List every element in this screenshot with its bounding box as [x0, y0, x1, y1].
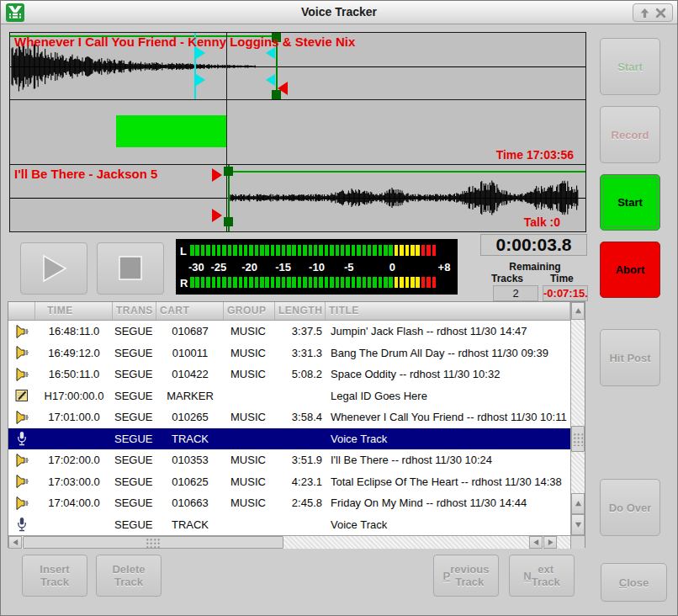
track-a-waveform-pane[interactable]: Whenever I Call You Friend - Kenny Loggi…: [9, 32, 586, 100]
scroll-up-button-bottom[interactable]: [571, 493, 585, 514]
row-title: Total Eclipse Of The Heart -- rdhost 11/…: [326, 475, 570, 488]
track-b-start-marker-top[interactable]: [212, 168, 222, 182]
column-header-trans[interactable]: TRANS: [113, 302, 156, 320]
scroll-left-button[interactable]: [8, 536, 22, 549]
meter-segment-green: [265, 277, 269, 288]
close-button[interactable]: Close: [601, 563, 667, 602]
next-track-button[interactable]: Next Track: [509, 555, 575, 597]
log-table: TIMETRANSCARTGROUPLENGTHTITLE 16:48:11.0…: [8, 301, 585, 548]
row-type-icon: [8, 367, 35, 382]
row-group: MUSIC: [224, 497, 275, 509]
start-track-a-button[interactable]: Start: [600, 38, 660, 95]
track-a-centerline: [10, 66, 585, 67]
log-row[interactable]: 17:01:00.0 SEGUE 010265 MUSIC 3:58.4 Whe…: [8, 406, 570, 428]
playhead-line: [226, 100, 227, 164]
remaining-tracks-value: 2: [493, 285, 538, 301]
remaining-time-label: Time: [550, 273, 574, 284]
voice-track-region[interactable]: [116, 115, 226, 147]
row-group: MUSIC: [224, 368, 275, 380]
meter-segment-green: [265, 245, 269, 256]
row-transition: SEGUE: [113, 411, 156, 423]
shade-window-icon[interactable]: [639, 8, 650, 19]
meter-segment-green: [357, 245, 361, 256]
track-b-centerline: [10, 198, 585, 199]
voice-track-pane[interactable]: Time 17:03:56: [9, 99, 586, 165]
meter-segment-green: [303, 245, 307, 256]
meter-segment-green: [341, 277, 345, 288]
meter-segment-yellow: [395, 245, 399, 256]
meter-segment-red: [426, 245, 431, 256]
delete-track-button[interactable]: Delete Track: [96, 555, 162, 597]
horizontal-scroll-thumb[interactable]: [23, 536, 283, 549]
row-type-icon: [8, 453, 35, 468]
row-cart: MARKER: [156, 390, 224, 402]
meter-segment-green: [260, 277, 264, 288]
scroll-down-button[interactable]: [571, 514, 585, 535]
meter-scale-tick: +8: [438, 261, 451, 273]
log-table-body: 16:48:11.0 SEGUE 010687 MUSIC 3:37.5 Jum…: [8, 321, 570, 535]
meter-segment-yellow: [416, 245, 420, 256]
row-cart: 010625: [156, 475, 224, 488]
row-transition: SEGUE: [113, 347, 156, 359]
track-b-start-handle-top[interactable]: [224, 167, 233, 176]
abort-button[interactable]: Abort: [600, 242, 660, 298]
segue-marker-handle-top[interactable]: [196, 47, 205, 59]
column-header-title[interactable]: TITLE: [326, 302, 570, 320]
row-cart: 010422: [156, 368, 224, 380]
log-row[interactable]: 17:02:00.0 SEGUE 010353 MUSIC 3:51.9 I'l…: [8, 449, 570, 471]
close-window-icon[interactable]: [655, 8, 666, 19]
log-row[interactable]: SEGUE TRACK Voice Track: [8, 514, 570, 536]
track-b-start-marker-bottom[interactable]: [212, 209, 222, 222]
meter-segment-green: [368, 277, 372, 288]
talk-readout: Talk :0: [524, 215, 560, 229]
scroll-up-button[interactable]: [571, 302, 585, 320]
do-over-button[interactable]: Do Over: [600, 479, 660, 536]
column-header-length[interactable]: LENGTH: [275, 302, 326, 320]
scroll-left-button-right[interactable]: [529, 536, 543, 549]
row-transition: SEGUE: [113, 497, 156, 509]
start-track-b-button[interactable]: Start: [600, 174, 660, 231]
previous-track-button[interactable]: Previous Track: [433, 555, 499, 597]
play-button[interactable]: [20, 242, 87, 295]
meter-segment-green: [336, 245, 340, 256]
meter-segment-green: [363, 277, 367, 288]
fade-marker-red[interactable]: [278, 82, 288, 95]
column-header-time[interactable]: TIME: [35, 302, 113, 320]
scroll-right-button[interactable]: [543, 536, 557, 549]
meter-segment-green: [212, 277, 216, 288]
vertical-scrollbar[interactable]: [570, 302, 585, 535]
row-cart: 010011: [156, 347, 224, 359]
meter-scale-tick: -10: [309, 261, 325, 273]
record-button[interactable]: Record: [600, 106, 660, 163]
log-row[interactable]: 16:48:11.0 SEGUE 010687 MUSIC 3:37.5 Jum…: [8, 321, 570, 343]
meter-left-label: L: [180, 245, 187, 258]
segue-end-handle-top[interactable]: [266, 47, 275, 59]
meter-segment-green: [330, 277, 334, 288]
log-row[interactable]: H17:00:00.0 SEGUE MARKER Legal ID Goes H…: [8, 385, 570, 407]
track-b-start-handle-bottom[interactable]: [224, 217, 233, 226]
stop-button[interactable]: [97, 242, 164, 295]
segue-marker-handle-bottom[interactable]: [196, 74, 205, 86]
log-row[interactable]: 17:03:00.0 SEGUE 010625 MUSIC 4:23.1 Tot…: [8, 471, 570, 493]
hit-post-button[interactable]: Hit Post: [600, 329, 660, 386]
vertical-scroll-thumb[interactable]: [571, 426, 585, 452]
meter-segment-green: [303, 277, 307, 288]
window-title: Voice Tracker: [1, 5, 677, 19]
row-cart: 010687: [156, 325, 224, 337]
column-header-cart[interactable]: CART: [156, 302, 224, 320]
row-time: 17:03:00.0: [35, 475, 113, 488]
track-b-waveform-pane[interactable]: I'll Be There - Jackson 5 Talk :0: [9, 164, 586, 232]
log-row[interactable]: 16:50:11.0 SEGUE 010422 MUSIC 5:08.2 Spa…: [8, 364, 570, 385]
meter-segment-green: [217, 245, 221, 256]
insert-track-button[interactable]: Insert Track: [22, 555, 87, 597]
column-header-group[interactable]: GROUP: [224, 302, 275, 320]
log-row[interactable]: 17:04:00.0 SEGUE 010663 MUSIC 2:45.8 Fri…: [8, 492, 570, 514]
meter-segment-green: [201, 245, 205, 256]
row-title: Space Oddity -- rdhost 11/30 10:32: [326, 368, 570, 380]
column-header-icon[interactable]: [8, 302, 35, 320]
horizontal-scrollbar[interactable]: [8, 535, 570, 549]
log-row[interactable]: 16:49:12.0 SEGUE 010011 MUSIC 3:31.3 Ban…: [8, 343, 570, 364]
log-row[interactable]: SEGUE TRACK Voice Track: [8, 428, 570, 450]
meter-segment-green: [190, 277, 194, 288]
segue-end-handle-bottom[interactable]: [266, 74, 275, 86]
